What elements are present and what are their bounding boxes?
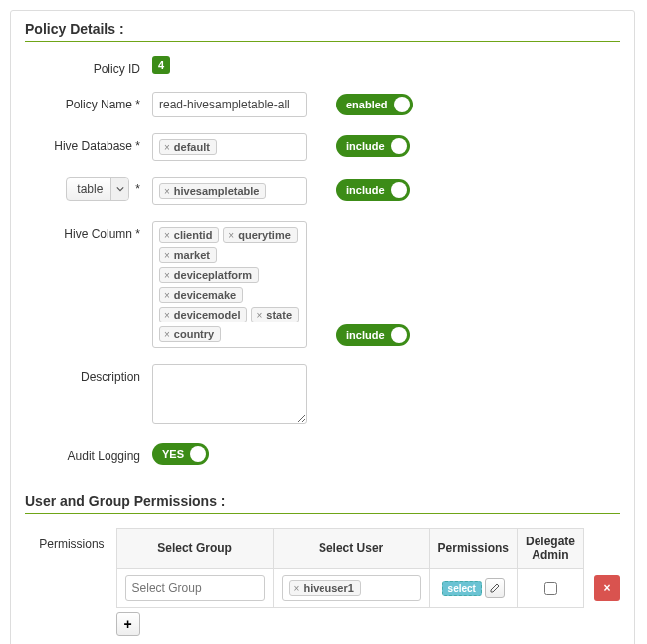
tag-item[interactable]: ×devicemodel (159, 307, 247, 322)
perm-header-user: Select User (273, 529, 429, 569)
row-hive-database: Hive Database * ×default include (25, 133, 620, 161)
pencil-icon (490, 583, 500, 593)
tag-item[interactable]: ×hivesampletable (159, 183, 266, 199)
policy-id-badge: 4 (152, 56, 170, 74)
remove-tag-icon[interactable]: × (256, 310, 262, 321)
remove-row-button[interactable]: × (594, 575, 620, 601)
row-audit: Audit Logging YES (25, 443, 620, 465)
label-policy-id: Policy ID (25, 56, 152, 76)
perm-header-perms: Permissions (429, 529, 517, 569)
remove-tag-icon[interactable]: × (164, 230, 170, 241)
toggle-knob (391, 182, 407, 198)
toggle-knob (190, 446, 206, 462)
enabled-toggle[interactable]: enabled (336, 94, 413, 115)
tag-item[interactable]: ×state (251, 307, 299, 322)
include-db-toggle[interactable]: include (336, 135, 410, 157)
audit-toggle[interactable]: YES (152, 443, 209, 465)
hive-database-tagbox[interactable]: ×default (152, 133, 307, 161)
include-column-toggle[interactable]: include (336, 324, 410, 346)
label-permissions: Permissions (25, 528, 116, 551)
tag-item[interactable]: ×country (159, 326, 221, 342)
remove-tag-icon[interactable]: × (164, 250, 170, 261)
include-db-label: include (346, 140, 385, 152)
select-user-tagbox[interactable]: ×hiveuser1 (282, 575, 421, 601)
label-policy-name: Policy Name * (25, 92, 152, 111)
label-hive-column: Hive Column * (25, 221, 152, 241)
add-row-button[interactable]: + (116, 612, 140, 636)
table-type-dropdown[interactable]: table (66, 177, 129, 201)
remove-tag-icon[interactable]: × (164, 310, 170, 321)
row-hive-column: Hive Column * ×clientid×querytime×market… (25, 221, 620, 348)
toggle-knob (394, 97, 410, 112)
delegate-admin-checkbox[interactable] (544, 582, 557, 595)
include-table-toggle[interactable]: include (336, 179, 410, 201)
section-title-permissions: User and Group Permissions : (25, 493, 620, 514)
remove-tag-icon[interactable]: × (164, 270, 170, 281)
table-row: ×hiveuser1select (116, 569, 583, 608)
tag-item[interactable]: ×devicemake (159, 287, 243, 303)
enabled-toggle-label: enabled (346, 99, 388, 110)
perm-header-group: Select Group (116, 529, 273, 569)
include-column-label: include (346, 329, 385, 341)
label-table-star: * (135, 182, 140, 196)
tag-item[interactable]: ×querytime (223, 227, 297, 243)
tag-item[interactable]: ×hiveuser1 (289, 580, 361, 596)
chevron-down-icon (110, 178, 128, 200)
tag-item[interactable]: ×market (159, 247, 217, 263)
policy-name-input[interactable] (152, 92, 307, 117)
remove-tag-icon[interactable]: × (164, 290, 170, 301)
edit-permissions-button[interactable] (485, 578, 505, 598)
toggle-knob (391, 327, 407, 343)
toggle-knob (391, 138, 407, 154)
row-description: Description (25, 364, 620, 427)
section-title-policy-details: Policy Details : (25, 21, 620, 42)
description-textarea[interactable] (152, 364, 307, 424)
remove-tag-icon[interactable]: × (164, 329, 170, 340)
table-tagbox[interactable]: ×hivesampletable (152, 177, 307, 205)
tag-item[interactable]: ×clientid (159, 227, 219, 243)
permissions-table: Select Group Select User Permissions Del… (116, 528, 584, 608)
select-group-input[interactable] (125, 575, 265, 601)
remove-tag-icon[interactable]: × (294, 583, 300, 594)
policy-form-panel: Policy Details : Policy ID 4 Policy Name… (10, 10, 635, 644)
remove-tag-icon[interactable]: × (228, 230, 234, 241)
label-description: Description (25, 364, 152, 384)
permission-tag: select (442, 581, 482, 596)
hive-column-tagbox[interactable]: ×clientid×querytime×market×deviceplatfor… (152, 221, 307, 348)
row-policy-name: Policy Name * enabled (25, 92, 620, 117)
audit-toggle-label: YES (162, 448, 184, 460)
label-audit: Audit Logging (25, 443, 152, 463)
perm-header-delegate: Delegate Admin (517, 529, 583, 569)
remove-tag-icon[interactable]: × (164, 142, 170, 153)
tag-item[interactable]: ×default (159, 139, 217, 155)
row-policy-id: Policy ID 4 (25, 56, 620, 76)
row-table: table * ×hivesampletable include (25, 177, 620, 205)
label-hive-database: Hive Database * (25, 133, 152, 153)
remove-tag-icon[interactable]: × (164, 186, 170, 197)
tag-item[interactable]: ×deviceplatform (159, 267, 259, 283)
include-table-label: include (346, 184, 385, 196)
table-type-label: table (67, 182, 110, 196)
